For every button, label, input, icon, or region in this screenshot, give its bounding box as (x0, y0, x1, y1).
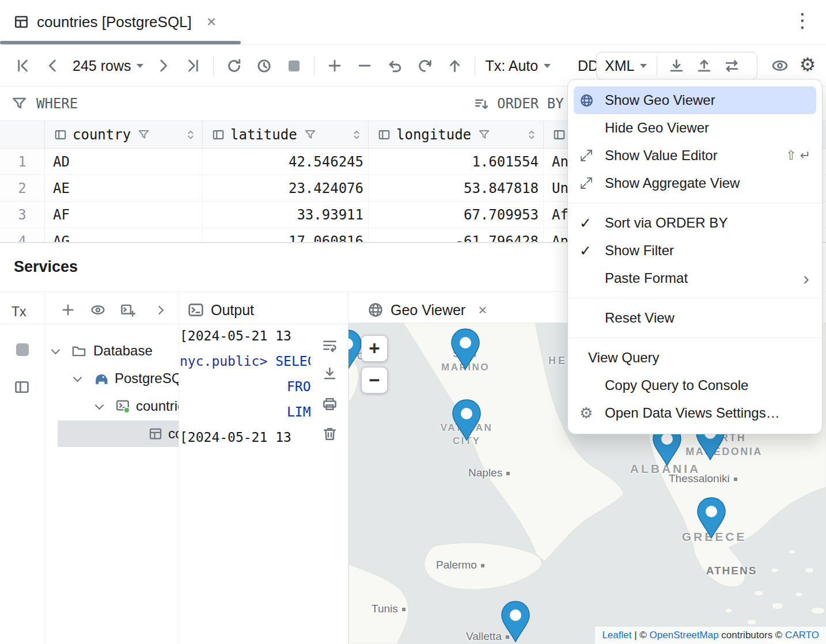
map-pin-malta[interactable] (499, 600, 532, 643)
menu-item-show-geo-viewer[interactable]: Show Geo Viewer (574, 86, 816, 114)
cell-longitude[interactable]: 67.709953 (369, 202, 544, 228)
column-header-country[interactable]: country (45, 121, 203, 148)
console-timestamp: [2024-05-21 13 (180, 430, 291, 445)
gear-settings-icon[interactable] (796, 52, 819, 77)
cell-latitude[interactable]: 42.546245 (203, 149, 369, 175)
cell-latitude[interactable]: 17.060816 (203, 228, 369, 242)
menu-item-show-filter[interactable]: Show Filter (574, 237, 816, 264)
menu-item-hide-geo-viewer[interactable]: Hide Geo Viewer (574, 114, 816, 142)
tab-countries[interactable]: countries [PostgreSQL] (8, 0, 222, 44)
attribution-text: | © (631, 630, 649, 641)
close-icon[interactable] (207, 13, 216, 31)
column-sort-icon[interactable] (351, 128, 362, 141)
column-header-latitude[interactable]: latitude (203, 121, 369, 148)
map-pin-san-marino[interactable] (449, 328, 482, 370)
column-filter-icon[interactable] (478, 128, 490, 141)
submit-icon[interactable] (439, 53, 469, 78)
revert-icon[interactable] (380, 53, 410, 78)
console-prompt: nyc.public> (180, 354, 267, 369)
stop-icon[interactable] (279, 53, 309, 78)
tx-mode-label: Tx: Auto (485, 58, 538, 74)
layout-strip-icon[interactable] (14, 379, 30, 395)
tree-item-table-countries[interactable]: countries (46, 421, 179, 447)
row-number-gutter-header[interactable] (0, 121, 45, 148)
openstreetmap-link[interactable]: OpenStreetMap (650, 630, 719, 641)
view-options-eye-icon[interactable] (765, 53, 795, 78)
import-upload-icon[interactable] (690, 53, 718, 78)
cell-longitude[interactable]: 53.847818 (369, 175, 544, 201)
zoom-in-button[interactable]: + (361, 335, 388, 362)
tx-strip-label[interactable]: Tx (12, 304, 26, 320)
menu-item-reset-view[interactable]: Reset View (574, 304, 816, 332)
cell-latitude[interactable]: 23.424076 (203, 175, 369, 201)
close-icon[interactable] (478, 301, 487, 319)
first-page-icon[interactable] (8, 53, 38, 78)
kebab-menu-icon[interactable] (793, 10, 812, 30)
add-icon[interactable] (56, 298, 79, 321)
stop-strip-icon[interactable] (16, 343, 29, 356)
chevron-right-icon[interactable] (147, 298, 170, 321)
order-by-filter[interactable]: ORDER BY (473, 86, 564, 121)
add-row-icon[interactable] (320, 53, 350, 78)
tree-item-console[interactable]: countries (46, 393, 179, 419)
prev-page-icon[interactable] (38, 53, 68, 78)
menu-item-open-data-views-settings[interactable]: Open Data Views Settings… (574, 399, 816, 427)
zoom-out-button[interactable]: − (361, 367, 388, 393)
delete-row-icon[interactable] (350, 53, 380, 78)
refresh-icon[interactable] (219, 53, 249, 78)
export-download-icon[interactable] (662, 53, 690, 78)
menu-item-paste-format[interactable]: Paste Format (574, 264, 816, 292)
eye-icon[interactable] (86, 298, 109, 321)
leaflet-link[interactable]: Leaflet (602, 630, 631, 641)
column-sort-icon[interactable] (185, 128, 196, 141)
sql-keyword: LIMIT (287, 404, 310, 419)
map-pin-rome[interactable] (450, 399, 483, 441)
last-page-icon[interactable] (178, 53, 208, 78)
cell-country[interactable]: AF (45, 202, 203, 228)
cell-longitude[interactable]: -61.796428 (369, 228, 544, 242)
tree-item-database[interactable]: Database (46, 338, 179, 364)
output-console[interactable]: [2024-05-21 13 nyc.public> SELECT FROM L… (179, 324, 310, 644)
column-filter-icon[interactable] (304, 128, 316, 141)
rollback-icon[interactable] (410, 53, 439, 78)
schedule-refresh-icon[interactable] (249, 53, 279, 78)
new-console-icon[interactable] (116, 298, 139, 321)
cell-longitude[interactable]: 1.601554 (369, 149, 544, 175)
column-filter-icon[interactable] (138, 128, 150, 141)
trash-icon[interactable] (311, 426, 348, 442)
tree-item-postgres[interactable]: PostgreSQL (46, 365, 179, 392)
carto-link[interactable]: CARTO (785, 630, 819, 641)
scroll-to-end-icon[interactable] (311, 366, 348, 382)
map-pin-greece[interactable] (695, 497, 728, 539)
soft-wrap-icon[interactable] (311, 338, 348, 353)
chevron-down-icon[interactable] (95, 400, 104, 410)
column-name: latitude (230, 127, 297, 143)
cell-latitude[interactable]: 33.93911 (203, 202, 369, 228)
column-header-longitude[interactable]: longitude (369, 121, 544, 148)
menu-item-label: Show Geo Viewer (605, 92, 810, 108)
menu-shortcut: ⇧ ↵ (786, 148, 810, 163)
chevron-down-icon[interactable] (73, 373, 82, 382)
cell-country[interactable]: AG (45, 228, 203, 242)
chevron-down-icon[interactable] (51, 345, 60, 354)
cell-country[interactable]: AD (45, 149, 203, 175)
extractor-dropdown[interactable]: XML (604, 58, 651, 74)
print-icon[interactable] (311, 396, 348, 412)
menu-item-show-value-editor[interactable]: Show Value Editor ⇧ ↵ (574, 142, 816, 169)
next-page-icon[interactable] (148, 53, 178, 78)
tab-geo-viewer[interactable]: Geo Viewer (367, 296, 487, 324)
map-attribution: Leaflet | © OpenStreetMap contributors ©… (595, 627, 826, 644)
column-sort-icon[interactable] (526, 128, 537, 141)
filter-funnel-icon (12, 96, 27, 111)
tx-mode-dropdown[interactable]: Tx: Auto (480, 58, 555, 74)
compare-icon[interactable] (718, 53, 745, 78)
menu-item-view-query[interactable]: View Query (574, 344, 816, 372)
cell-country[interactable]: AE (45, 175, 203, 201)
rows-count-dropdown[interactable]: 245 rows (68, 58, 148, 74)
menu-item-sort-via-order-by[interactable]: Sort via ORDER BY (574, 209, 816, 237)
ddl-label[interactable]: DD (578, 58, 598, 74)
menu-item-show-aggregate-view[interactable]: Show Aggregate View (574, 169, 816, 197)
attribution-text: contributors © (719, 630, 786, 641)
menu-item-copy-query-to-console[interactable]: Copy Query to Console (574, 372, 816, 399)
tab-output[interactable]: Output (188, 296, 254, 324)
